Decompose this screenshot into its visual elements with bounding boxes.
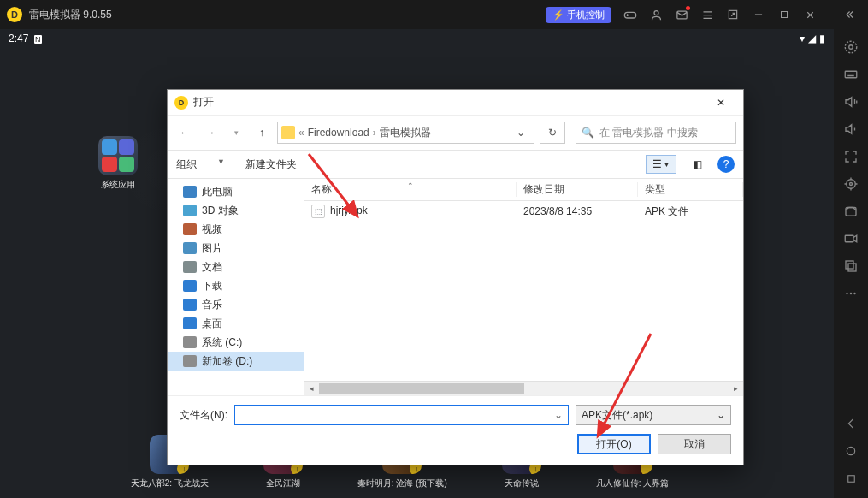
svg-rect-0 xyxy=(624,12,635,18)
file-list-header[interactable]: ⌃名称 修改日期 类型 xyxy=(304,179,743,201)
phone-control-button[interactable]: ⚡ 手机控制 xyxy=(546,7,611,23)
tree-node[interactable]: 下载 xyxy=(168,276,304,295)
screenshot-icon[interactable] xyxy=(837,199,865,224)
tree-node[interactable]: 新加卷 (D:) xyxy=(168,352,304,371)
record-icon[interactable] xyxy=(837,226,865,252)
tree-node[interactable]: 图片 xyxy=(168,239,304,258)
svg-point-14 xyxy=(846,293,847,294)
nav-recent-dropdown[interactable]: ▾ xyxy=(226,122,246,143)
column-name[interactable]: 名称 xyxy=(311,182,332,197)
locate-icon[interactable] xyxy=(837,171,865,197)
svg-point-1 xyxy=(654,10,658,15)
volume-up-icon[interactable] xyxy=(837,89,865,115)
svg-point-17 xyxy=(847,447,854,454)
tree-node-icon xyxy=(183,317,197,329)
folder-icon xyxy=(281,126,295,139)
address-bar[interactable]: « Firedownload › 雷电模拟器 ⌄ xyxy=(277,122,534,144)
filetype-dropdown[interactable]: APK文件(*.apk) ⌄ xyxy=(576,405,731,425)
view-details-button[interactable]: ☰ ▼ xyxy=(646,155,676,174)
view-preview-button[interactable]: ◧ xyxy=(682,155,712,174)
breadcrumb-seg-2[interactable]: 雷电模拟器 xyxy=(380,126,431,140)
multi-instance-icon[interactable] xyxy=(837,253,865,279)
popout-icon[interactable] xyxy=(721,3,745,27)
gamepad-icon[interactable] xyxy=(618,3,642,27)
tree-node-label: 此电脑 xyxy=(202,185,233,199)
scroll-left-button[interactable]: ◂ xyxy=(304,382,319,396)
file-name: hjrjy.apk xyxy=(330,205,368,216)
svg-point-15 xyxy=(850,293,852,294)
dock-app-label: 全民江湖 xyxy=(263,477,303,489)
search-input[interactable]: 🔍 在 雷电模拟器 中搜索 xyxy=(576,122,736,144)
tree-node-label: 音乐 xyxy=(202,298,222,312)
user-icon[interactable] xyxy=(644,3,668,27)
breadcrumb-seg-1[interactable]: Firedownload xyxy=(308,127,369,139)
search-placeholder: 在 雷电模拟器 中搜索 xyxy=(599,126,698,140)
close-button[interactable] xyxy=(798,3,822,27)
collapse-sidebar-icon[interactable] xyxy=(837,3,861,27)
tree-node-label: 视频 xyxy=(202,222,222,237)
dock-app-label: 秦时明月: 沧海 (预下载) xyxy=(357,477,447,489)
system-apps-folder[interactable]: 系统应用 xyxy=(92,136,144,191)
keyboard-icon[interactable] xyxy=(837,62,865,87)
file-date: 2023/8/8 14:35 xyxy=(517,205,638,217)
maximize-button[interactable] xyxy=(772,3,796,27)
home-nav-icon[interactable] xyxy=(837,438,865,464)
nav-up-button[interactable]: ↑ xyxy=(251,122,272,143)
file-icon: ⬚ xyxy=(311,205,325,218)
column-type[interactable]: 类型 xyxy=(645,182,665,197)
svg-point-16 xyxy=(853,293,855,294)
phone-control-label: 手机控制 xyxy=(567,9,605,21)
tree-node[interactable]: 桌面 xyxy=(168,314,304,333)
address-dropdown[interactable]: ⌄ xyxy=(511,127,530,139)
nav-forward-button[interactable]: → xyxy=(200,122,221,143)
tree-node[interactable]: 系统 (C:) xyxy=(168,333,304,352)
system-apps-label: 系统应用 xyxy=(92,179,144,191)
svg-rect-12 xyxy=(846,261,853,269)
nav-back-button[interactable]: ← xyxy=(174,122,195,143)
file-type: APK 文件 xyxy=(638,205,743,219)
sort-asc-icon: ⌃ xyxy=(407,181,414,190)
mail-icon[interactable] xyxy=(670,3,694,27)
app-title: 雷电模拟器 9.0.55 xyxy=(29,8,546,22)
new-folder-button[interactable]: 新建文件夹 xyxy=(245,157,297,172)
filename-input[interactable]: ⌄ xyxy=(234,405,569,425)
tree-node[interactable]: 视频 xyxy=(168,220,304,239)
tree-node-icon xyxy=(183,242,197,254)
file-row[interactable]: ⬚hjrjy.apk2023/8/8 14:35APK 文件 xyxy=(304,201,743,222)
recents-nav-icon[interactable] xyxy=(837,465,865,491)
help-button[interactable]: ? xyxy=(717,156,735,173)
tree-node-label: 下载 xyxy=(202,279,222,293)
chevron-down-icon: ⌄ xyxy=(717,409,725,421)
svg-point-8 xyxy=(847,180,856,189)
tree-node[interactable]: 3D 对象 xyxy=(168,201,304,220)
tree-node-label: 桌面 xyxy=(202,317,222,331)
scroll-thumb[interactable] xyxy=(319,383,524,394)
column-date[interactable]: 修改日期 xyxy=(523,182,564,197)
tree-node[interactable]: 音乐 xyxy=(168,295,304,314)
open-button[interactable]: 打开(O) xyxy=(577,434,651,454)
horizontal-scrollbar[interactable]: ◂ ▸ xyxy=(304,381,743,395)
file-list: ⌃名称 修改日期 类型 ⬚hjrjy.apk2023/8/8 14:35APK … xyxy=(304,179,743,395)
organize-menu[interactable]: 组织 xyxy=(176,157,197,172)
scroll-right-button[interactable]: ▸ xyxy=(729,382,743,396)
svg-point-5 xyxy=(845,41,857,53)
back-nav-icon[interactable] xyxy=(837,411,865,436)
settings-icon[interactable] xyxy=(837,34,865,60)
folder-tree[interactable]: 此电脑3D 对象视频图片文档下载音乐桌面系统 (C:)新加卷 (D:) xyxy=(168,179,304,395)
emulator-toolbar xyxy=(834,29,868,498)
filename-dropdown-icon[interactable]: ⌄ xyxy=(554,409,563,421)
file-list-rows[interactable]: ⬚hjrjy.apk2023/8/8 14:35APK 文件 xyxy=(304,201,743,381)
volume-down-icon[interactable] xyxy=(837,116,865,142)
minimize-button[interactable] xyxy=(747,3,771,27)
refresh-button[interactable]: ↻ xyxy=(540,122,565,144)
tree-node[interactable]: 文档 xyxy=(168,258,304,276)
tree-node-icon xyxy=(183,205,197,216)
cancel-button[interactable]: 取消 xyxy=(658,434,731,454)
dock-app-label: 天龙八部2: 飞龙战天 xyxy=(131,477,209,489)
fullscreen-icon[interactable] xyxy=(837,144,865,169)
more-icon[interactable] xyxy=(837,281,865,306)
breadcrumb-overflow[interactable]: « xyxy=(298,127,304,139)
menu-icon[interactable] xyxy=(695,3,719,27)
tree-node[interactable]: 此电脑 xyxy=(168,182,304,201)
dialog-close-button[interactable]: ✕ xyxy=(706,92,736,113)
